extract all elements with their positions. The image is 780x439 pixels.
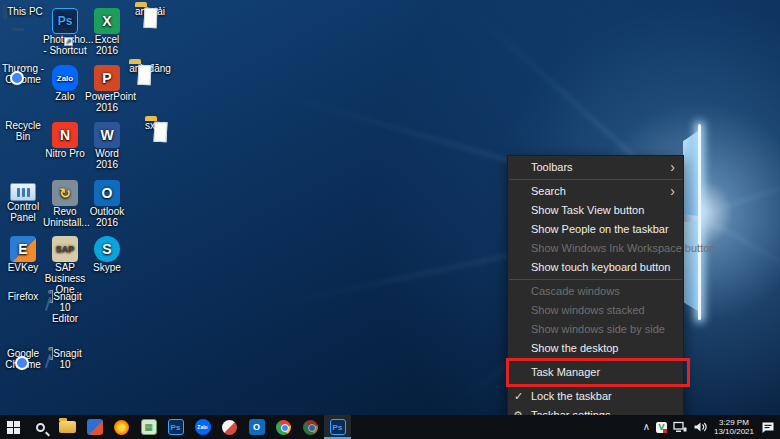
photos-icon bbox=[87, 419, 103, 435]
tray-icons: ∧V bbox=[643, 421, 707, 433]
chrome-icon bbox=[276, 420, 291, 435]
menu-item-label: Cascade windows bbox=[531, 285, 620, 297]
menu-item-toolbars[interactable]: Toolbars› bbox=[508, 158, 683, 177]
taskbar-button-search-button[interactable] bbox=[27, 415, 54, 439]
chevron-right-icon: › bbox=[670, 158, 675, 177]
windows-logo-pane bbox=[683, 131, 698, 216]
taskbar-button-sap-business-one[interactable] bbox=[216, 415, 243, 439]
menu-item-show-touch-keyboard-button[interactable]: Show touch keyboard button bbox=[508, 258, 683, 277]
menu-item-label: Show windows stacked bbox=[531, 304, 645, 316]
taskbar-button-photos-app[interactable] bbox=[81, 415, 108, 439]
taskbar-button-start-button[interactable] bbox=[0, 415, 27, 439]
desktop-icon-snagit-10-editor[interactable]: Snagit 10 Editor bbox=[43, 291, 87, 324]
windows-logo-pane bbox=[683, 221, 698, 311]
desktop-icon-photoshop-shortcut[interactable]: Ps↗Photosho... - Shortcut bbox=[43, 6, 87, 56]
evkey-icon: E bbox=[1, 236, 45, 262]
firefox-icon bbox=[114, 420, 129, 435]
desktop-icon-thuong-chrome[interactable]: Thương - Chrome bbox=[1, 63, 45, 85]
menu-item-search[interactable]: Search› bbox=[508, 182, 683, 201]
desktop-icon-label: Nitro Pro bbox=[45, 148, 84, 159]
photoshop-icon: Ps bbox=[168, 419, 184, 435]
menu-item-show-people-on-the-taskbar[interactable]: Show People on the taskbar bbox=[508, 220, 683, 239]
desktop-icon-powerpoint-2016[interactable]: PPowerPoint 2016 bbox=[85, 63, 129, 113]
menu-item-lock-the-taskbar[interactable]: ✓Lock the taskbar bbox=[508, 387, 683, 406]
outlook-icon: O bbox=[85, 180, 129, 206]
taskbar-button-file-explorer[interactable] bbox=[54, 415, 81, 439]
menu-separator bbox=[509, 360, 682, 361]
action-center-icon[interactable] bbox=[761, 415, 775, 439]
desktop-icon-folder-anh-dang[interactable]: anh đăng bbox=[128, 63, 172, 74]
desktop-icon-outlook-2016[interactable]: OOutlook 2016 bbox=[85, 178, 129, 228]
desktop-icon-label: Outlook 2016 bbox=[90, 206, 124, 228]
desktop-icon-excel-2016[interactable]: XExcel 2016 bbox=[85, 6, 129, 56]
taskbar-clock[interactable]: 3:29 PM 13/10/2021 bbox=[712, 418, 756, 436]
menu-item-label: Show Task View button bbox=[531, 204, 644, 216]
desktop-icon-sap-business-one[interactable]: SAPSAP Business One bbox=[43, 234, 87, 295]
tray-network-icon[interactable] bbox=[673, 421, 687, 433]
taskbar-buttons: ▦PsZaloOPs bbox=[0, 415, 351, 439]
photoshop-icon: Ps bbox=[330, 419, 346, 435]
menu-item-label: Show touch keyboard button bbox=[531, 261, 670, 273]
desktop-icon-this-pc[interactable]: This PC bbox=[1, 6, 45, 17]
desktop-icon-label: EVKey bbox=[8, 262, 39, 273]
clock-date: 13/10/2021 bbox=[714, 427, 754, 436]
powerpoint-icon: P bbox=[85, 65, 129, 91]
menu-item-show-windows-ink-workspace-button: Show Windows Ink Workspace button bbox=[508, 239, 683, 258]
menu-item-show-windows-stacked: Show windows stacked bbox=[508, 301, 683, 320]
evkey-tray-icon: V bbox=[656, 422, 667, 433]
desktop-icon-recycle-bin[interactable]: Recycle Bin bbox=[1, 120, 45, 142]
desktop: This PCPs↗Photosho... - ShortcutXExcel 2… bbox=[0, 0, 780, 439]
menu-item-label: Show People on the taskbar bbox=[531, 223, 669, 235]
sap-icon: SAP bbox=[43, 236, 87, 262]
desktop-icon-folder-anh-tai[interactable]: anh tải bbox=[128, 6, 172, 17]
desktop-icon-skype[interactable]: SSkype bbox=[85, 234, 129, 273]
desktop-icon-snagit-10[interactable]: Snagit 10 bbox=[43, 348, 87, 370]
taskbar-button-outlook[interactable]: O bbox=[243, 415, 270, 439]
tray-volume-icon[interactable] bbox=[693, 421, 707, 433]
menu-item-cascade-windows: Cascade windows bbox=[508, 282, 683, 301]
desktop-icon-label: Zalo bbox=[55, 91, 74, 102]
nitro-pro-icon: N bbox=[43, 122, 87, 148]
chrome-icon bbox=[303, 420, 318, 435]
clock-time: 3:29 PM bbox=[714, 418, 754, 427]
taskbar-button-photoshop-window[interactable]: Ps bbox=[324, 415, 351, 439]
notification-icon-glyph bbox=[761, 421, 775, 434]
word-icon: W bbox=[85, 122, 129, 148]
tray-evkey-tray[interactable]: V bbox=[656, 422, 667, 433]
desktop-icon-revo-uninstaller[interactable]: ↻Revo Uninstall... bbox=[43, 178, 87, 228]
desktop-icon-evkey[interactable]: EEVKey bbox=[1, 234, 45, 273]
menu-item-show-the-desktop[interactable]: Show the desktop bbox=[508, 339, 683, 358]
menu-item-label: Toolbars bbox=[531, 161, 573, 173]
desktop-icon-nitro-pro[interactable]: NNitro Pro bbox=[43, 120, 87, 159]
network-icon-glyph bbox=[673, 421, 687, 433]
revo-icon: ↻ bbox=[43, 180, 87, 206]
menu-item-task-manager[interactable]: Task Manager bbox=[508, 363, 683, 382]
desktop-icon-control-panel[interactable]: Control Panel bbox=[1, 178, 45, 223]
desktop-icon-zalo[interactable]: ZaloZalo bbox=[43, 63, 87, 102]
system-tray: ∧V 3:29 PM 13/10/2021 bbox=[643, 415, 780, 439]
taskbar-button-zalo[interactable]: Zalo bbox=[189, 415, 216, 439]
desktop-icon-label: PowerPoint 2016 bbox=[85, 91, 136, 113]
this-pc-icon bbox=[3, 6, 7, 17]
desktop-icon-google-chrome[interactable]: Google Chrome bbox=[1, 348, 45, 370]
desktop-icon-word-2016[interactable]: WWord 2016 bbox=[85, 120, 129, 170]
chevron-right-icon: › bbox=[670, 182, 675, 201]
menu-separator bbox=[509, 179, 682, 180]
taskbar-button-chrome[interactable] bbox=[270, 415, 297, 439]
taskbar-button-firefox[interactable] bbox=[108, 415, 135, 439]
tray-tray-chevron[interactable]: ∧ bbox=[643, 422, 650, 432]
menu-item-show-windows-side-by-side: Show windows side by side bbox=[508, 320, 683, 339]
taskbar-button-photoshop[interactable]: Ps bbox=[162, 415, 189, 439]
outlook-icon: O bbox=[249, 419, 265, 435]
skype-icon: S bbox=[85, 236, 129, 262]
file-explorer-icon bbox=[59, 421, 76, 433]
taskbar-button-chrome-profile-2[interactable] bbox=[297, 415, 324, 439]
desktop-icon-folder-sx[interactable]: sx bbox=[128, 120, 172, 131]
control-panel-icon bbox=[1, 183, 45, 201]
desktop-icon-label: Word 2016 bbox=[95, 148, 119, 170]
excel-icon: X bbox=[85, 8, 129, 34]
desktop-icon-label: Control Panel bbox=[7, 201, 39, 223]
taskbar-button-image-app[interactable]: ▦ bbox=[135, 415, 162, 439]
menu-item-show-task-view-button[interactable]: Show Task View button bbox=[508, 201, 683, 220]
desktop-icon-firefox[interactable]: Firefox bbox=[1, 291, 45, 302]
